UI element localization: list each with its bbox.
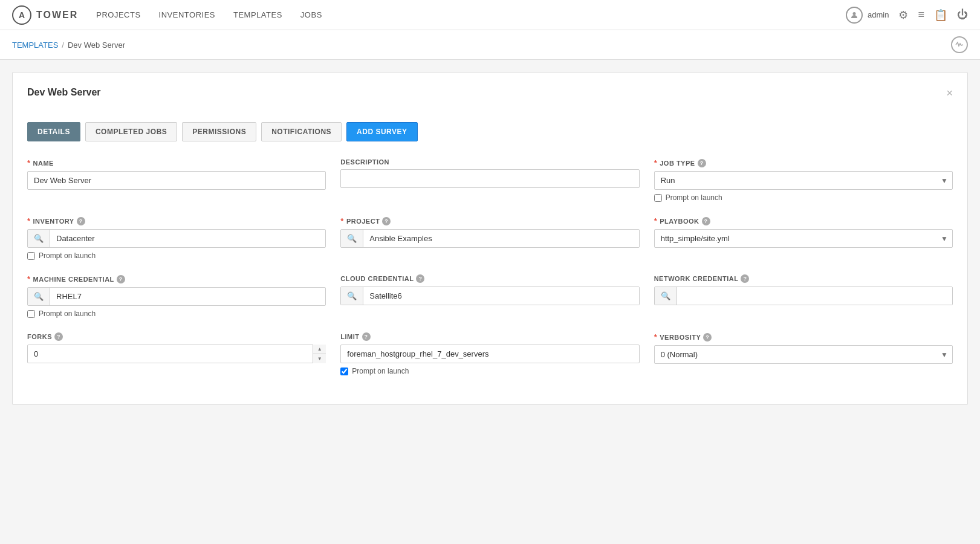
playbook-select-wrapper: http_simple/site.yml ▼ [654,229,953,248]
job-type-help-icon[interactable]: ? [698,159,706,167]
project-search-icon[interactable]: 🔍 [341,230,363,247]
forks-decrement-button[interactable]: ▼ [313,354,326,363]
nav-inventories[interactable]: INVENTORIES [159,10,215,19]
cloud-credential-help-icon[interactable]: ? [416,274,424,283]
project-required-star: * [340,216,344,225]
main-content: Dev Web Server × DETAILS COMPLETED JOBS … [0,60,980,417]
tab-completed-jobs[interactable]: COMPLETED JOBS [85,122,177,141]
description-input[interactable] [340,169,639,188]
nav-logo[interactable]: A TOWER [12,5,78,25]
nav-right: admin ⚙ ≡ 📋 ⏻ [846,7,968,24]
limit-label: LIMIT ? [340,332,639,341]
inventory-help-icon[interactable]: ? [77,217,85,225]
verbosity-help-icon[interactable]: ? [703,333,712,342]
machine-credential-prompt-checkbox[interactable] [27,310,35,318]
machine-credential-prompt-label: Prompt on launch [39,309,96,318]
cloud-credential-search-icon[interactable]: 🔍 [341,287,363,305]
form-row-4: FORKS ? ▲ ▼ LIMIT ? [27,332,953,375]
nav-templates[interactable]: TEMPLATES [233,10,282,19]
nav-links: PROJECTS INVENTORIES TEMPLATES JOBS [96,10,846,19]
form-row-1: * NAME DESCRIPTION * JOB TYPE ? [27,158,953,202]
project-help-icon[interactable]: ? [382,217,391,225]
form-group-network-credential: NETWORK CREDENTIAL ? 🔍 [654,274,953,318]
cloud-credential-input-wrapper: 🔍 [340,287,639,305]
playbook-select[interactable]: http_simple/site.yml [654,229,953,248]
inventory-prompt-checkbox[interactable] [27,252,35,260]
tab-permissions[interactable]: PERMISSIONS [182,122,256,141]
form-group-name: * NAME [27,158,326,202]
machine-credential-prompt: Prompt on launch [27,309,326,318]
job-type-prompt-checkbox[interactable] [654,194,662,202]
breadcrumb-bar: TEMPLATES / Dev Web Server [0,30,980,60]
nav-projects[interactable]: PROJECTS [96,10,140,19]
playbook-help-icon[interactable]: ? [702,217,710,225]
form-group-verbosity: * VERBOSITY ? 0 (Normal) 1 (Verbose) 2 (… [654,332,953,375]
list-icon[interactable]: ≡ [918,8,924,21]
limit-help-icon[interactable]: ? [362,332,371,341]
tab-notifications[interactable]: NOTIFICATIONS [261,122,342,141]
breadcrumb-separator: / [62,40,64,50]
network-credential-label: NETWORK CREDENTIAL ? [654,274,953,283]
network-credential-help-icon[interactable]: ? [741,274,749,283]
machine-credential-input-wrapper: 🔍 [27,287,326,306]
form-row-3: * MACHINE CREDENTIAL ? 🔍 Prompt on launc… [27,274,953,318]
verbosity-select-wrapper: 0 (Normal) 1 (Verbose) 2 (More Verbose) … [654,345,953,364]
forks-help-icon[interactable]: ? [54,332,63,341]
form-row-2: * INVENTORY ? 🔍 Prompt on launch * PROJE… [27,216,953,260]
activity-icon[interactable] [951,36,968,53]
cloud-credential-input[interactable] [363,287,638,305]
breadcrumb-current: Dev Web Server [68,40,125,50]
tabs: DETAILS COMPLETED JOBS PERMISSIONS NOTIF… [27,122,953,141]
inventory-input[interactable] [50,230,325,247]
machine-credential-help-icon[interactable]: ? [117,275,125,283]
card: Dev Web Server × DETAILS COMPLETED JOBS … [12,72,968,405]
verbosity-label: * VERBOSITY ? [654,332,953,342]
form-group-inventory: * INVENTORY ? 🔍 Prompt on launch [27,216,326,260]
inventory-search-icon[interactable]: 🔍 [28,230,50,247]
inventory-input-wrapper: 🔍 [27,229,326,248]
form-group-job-type: * JOB TYPE ? Run Check Scan ▼ Prompt on … [654,158,953,202]
network-credential-input-wrapper: 🔍 [654,287,953,305]
tab-details[interactable]: DETAILS [27,122,80,141]
job-type-select-wrapper: Run Check Scan ▼ [654,171,953,190]
inventory-prompt-label: Prompt on launch [39,251,96,260]
playbook-required-star: * [654,216,658,225]
network-credential-search-icon[interactable]: 🔍 [655,287,677,305]
form-group-playbook: * PLAYBOOK ? http_simple/site.yml ▼ [654,216,953,260]
forks-spinner: ▲ ▼ [313,345,326,363]
machine-credential-input[interactable] [50,288,325,305]
nav-user[interactable]: admin [846,7,889,24]
nav-jobs[interactable]: JOBS [300,10,322,19]
logo-circle: A [12,5,31,25]
job-type-prompt: Prompt on launch [654,193,953,202]
form-group-project: * PROJECT ? 🔍 [340,216,639,260]
forks-label: FORKS ? [27,332,326,341]
limit-input[interactable] [340,345,639,363]
tab-add-survey[interactable]: ADD SURVEY [346,122,417,141]
close-button[interactable]: × [946,87,953,100]
inventory-required-star: * [27,216,31,225]
breadcrumb-parent[interactable]: TEMPLATES [12,40,58,50]
forks-increment-button[interactable]: ▲ [313,345,326,354]
description-label: DESCRIPTION [340,158,639,166]
book-icon[interactable]: 📋 [934,8,947,22]
job-type-select[interactable]: Run Check Scan [654,171,953,190]
name-input[interactable] [27,171,326,190]
gear-icon[interactable]: ⚙ [898,8,908,22]
top-nav: A TOWER PROJECTS INVENTORIES TEMPLATES J… [0,0,980,30]
limit-prompt-checkbox[interactable] [340,368,348,375]
verbosity-select[interactable]: 0 (Normal) 1 (Verbose) 2 (More Verbose) … [654,345,953,364]
form-group-machine-credential: * MACHINE CREDENTIAL ? 🔍 Prompt on launc… [27,274,326,318]
power-icon[interactable]: ⏻ [957,8,968,21]
forks-input-wrapper: ▲ ▼ [27,345,326,363]
forks-input[interactable] [27,345,326,363]
inventory-prompt: Prompt on launch [27,251,326,260]
network-credential-input[interactable] [677,287,952,305]
machine-credential-search-icon[interactable]: 🔍 [28,288,50,305]
limit-prompt-label: Prompt on launch [352,367,409,375]
project-input-wrapper: 🔍 [340,229,639,248]
playbook-label: * PLAYBOOK ? [654,216,953,225]
name-required-star: * [27,158,31,167]
breadcrumb: TEMPLATES / Dev Web Server [12,40,125,50]
project-input[interactable] [363,230,638,247]
